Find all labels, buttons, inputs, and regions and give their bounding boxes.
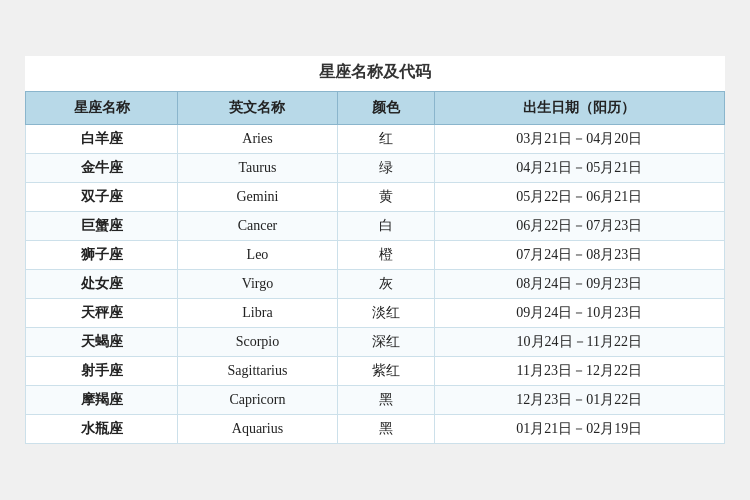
cell-dates: 10月24日－11月22日 [434, 328, 724, 357]
cell-chinese: 金牛座 [26, 154, 178, 183]
table-row: 摩羯座Capricorn黑12月23日－01月22日 [26, 386, 725, 415]
page-title: 星座名称及代码 [25, 56, 725, 91]
cell-english: Taurus [178, 154, 338, 183]
cell-color: 红 [337, 125, 434, 154]
cell-english: Libra [178, 299, 338, 328]
table-row: 双子座Gemini黄05月22日－06月21日 [26, 183, 725, 212]
table-row: 天蝎座Scorpio深红10月24日－11月22日 [26, 328, 725, 357]
cell-color: 黑 [337, 415, 434, 444]
cell-dates: 08月24日－09月23日 [434, 270, 724, 299]
cell-chinese: 白羊座 [26, 125, 178, 154]
cell-chinese: 双子座 [26, 183, 178, 212]
table-row: 射手座Sagittarius紫红11月23日－12月22日 [26, 357, 725, 386]
cell-english: Scorpio [178, 328, 338, 357]
table-row: 天秤座Libra淡红09月24日－10月23日 [26, 299, 725, 328]
cell-color: 深红 [337, 328, 434, 357]
table-row: 白羊座Aries红03月21日－04月20日 [26, 125, 725, 154]
cell-english: Aquarius [178, 415, 338, 444]
cell-dates: 11月23日－12月22日 [434, 357, 724, 386]
cell-english: Capricorn [178, 386, 338, 415]
table-row: 处女座Virgo灰08月24日－09月23日 [26, 270, 725, 299]
col-header-dates: 出生日期（阳历） [434, 92, 724, 125]
col-header-english: 英文名称 [178, 92, 338, 125]
cell-color: 黄 [337, 183, 434, 212]
cell-english: Leo [178, 241, 338, 270]
cell-english: Cancer [178, 212, 338, 241]
cell-english: Virgo [178, 270, 338, 299]
cell-chinese: 摩羯座 [26, 386, 178, 415]
cell-color: 淡红 [337, 299, 434, 328]
table-header-row: 星座名称 英文名称 颜色 出生日期（阳历） [26, 92, 725, 125]
zodiac-table: 星座名称 英文名称 颜色 出生日期（阳历） 白羊座Aries红03月21日－04… [25, 91, 725, 444]
cell-chinese: 巨蟹座 [26, 212, 178, 241]
cell-dates: 09月24日－10月23日 [434, 299, 724, 328]
cell-dates: 03月21日－04月20日 [434, 125, 724, 154]
cell-chinese: 处女座 [26, 270, 178, 299]
cell-dates: 04月21日－05月21日 [434, 154, 724, 183]
table-row: 金牛座Taurus绿04月21日－05月21日 [26, 154, 725, 183]
col-header-chinese: 星座名称 [26, 92, 178, 125]
cell-dates: 05月22日－06月21日 [434, 183, 724, 212]
cell-color: 绿 [337, 154, 434, 183]
cell-chinese: 狮子座 [26, 241, 178, 270]
table-row: 巨蟹座Cancer白06月22日－07月23日 [26, 212, 725, 241]
cell-color: 灰 [337, 270, 434, 299]
cell-dates: 12月23日－01月22日 [434, 386, 724, 415]
cell-chinese: 天蝎座 [26, 328, 178, 357]
col-header-color: 颜色 [337, 92, 434, 125]
main-container: 星座名称及代码 星座名称 英文名称 颜色 出生日期（阳历） 白羊座Aries红0… [25, 56, 725, 444]
cell-english: Sagittarius [178, 357, 338, 386]
cell-english: Gemini [178, 183, 338, 212]
cell-color: 黑 [337, 386, 434, 415]
cell-color: 橙 [337, 241, 434, 270]
cell-color: 白 [337, 212, 434, 241]
table-row: 水瓶座Aquarius黑01月21日－02月19日 [26, 415, 725, 444]
cell-english: Aries [178, 125, 338, 154]
cell-chinese: 天秤座 [26, 299, 178, 328]
cell-dates: 07月24日－08月23日 [434, 241, 724, 270]
cell-dates: 01月21日－02月19日 [434, 415, 724, 444]
cell-color: 紫红 [337, 357, 434, 386]
cell-chinese: 水瓶座 [26, 415, 178, 444]
cell-dates: 06月22日－07月23日 [434, 212, 724, 241]
table-row: 狮子座Leo橙07月24日－08月23日 [26, 241, 725, 270]
cell-chinese: 射手座 [26, 357, 178, 386]
